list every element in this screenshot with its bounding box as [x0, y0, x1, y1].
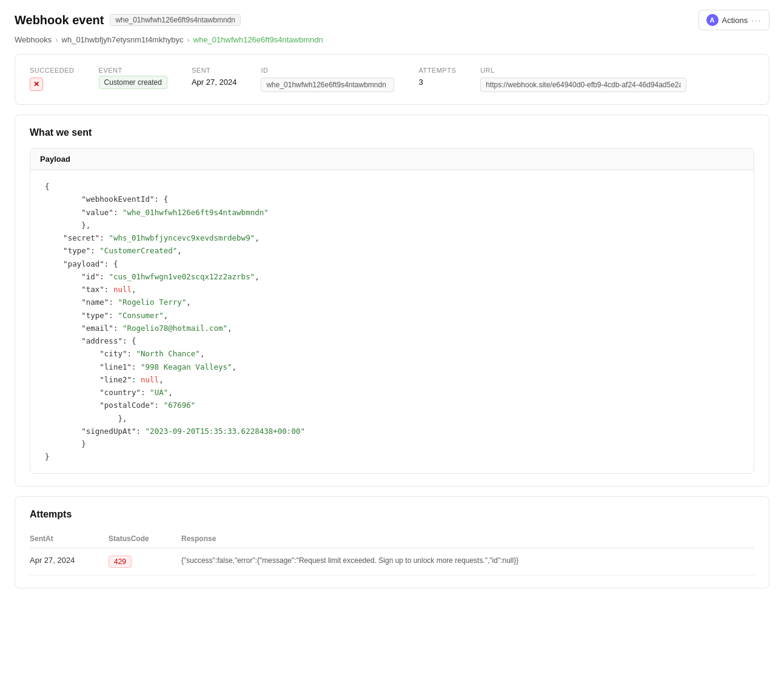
breadcrumb: Webhooks › wh_01hwbfjyh7etysnm1t4mkhybyc…	[15, 35, 769, 44]
what-we-sent-title: What we sent	[30, 127, 754, 138]
attempts-label: Attempts	[418, 67, 456, 74]
attempt-response: {"success":false,"error":{"message":"Req…	[181, 548, 754, 575]
attempt-sent-at: Apr 27, 2024	[30, 548, 109, 575]
col-header-response: Response	[181, 530, 754, 548]
payload-header: Payload	[30, 148, 754, 170]
event-label: Event	[99, 67, 167, 74]
sent-value: Apr 27, 2024	[192, 78, 236, 87]
page-title: Webhook event	[15, 13, 104, 27]
succeeded-label: Succeeded	[30, 67, 75, 74]
breadcrumb-webhook-id[interactable]: wh_01hwbfjyh7etysnm1t4mkhybyc	[62, 35, 184, 44]
fail-icon: ✕	[30, 78, 43, 91]
actions-label: Actions	[722, 16, 748, 25]
breadcrumb-sep-1: ›	[55, 35, 58, 44]
url-label: URL	[480, 67, 686, 74]
table-row: Apr 27, 2024 429 {"success":false,"error…	[30, 548, 754, 575]
attempts-field: Attempts 3	[418, 67, 456, 87]
attempts-value: 3	[418, 78, 456, 87]
col-header-sentat: SentAt	[30, 530, 109, 548]
payload-body: { "webhookEventId": { "value": "whe_01hw…	[30, 170, 754, 473]
url-field: URL	[480, 67, 686, 92]
payload-card: Payload { "webhookEventId": { "value": "…	[30, 148, 754, 474]
sent-label: Sent	[192, 67, 236, 74]
actions-dots: ···	[751, 16, 762, 25]
attempts-table: SentAt StatusCode Response Apr 27, 2024 …	[30, 530, 754, 576]
event-badge: Customer created	[99, 76, 167, 89]
attempts-section: Attempts SentAt StatusCode Response Apr …	[15, 496, 769, 588]
what-we-sent-section: What we sent Payload { "webhookEventId":…	[15, 115, 769, 487]
actions-button[interactable]: A Actions ···	[699, 10, 769, 30]
succeeded-field: Succeeded ✕	[30, 67, 75, 91]
status-badge: 429	[109, 556, 132, 568]
url-input[interactable]	[480, 78, 686, 92]
event-field: Event Customer created	[99, 67, 167, 87]
attempts-title: Attempts	[30, 509, 754, 520]
attempt-status-code: 429	[109, 548, 181, 575]
id-field: ID	[261, 67, 394, 92]
page-id-badge: whe_01hwfwh126e6ft9s4ntawbmndn	[110, 14, 240, 26]
id-label: ID	[261, 67, 394, 74]
breadcrumb-current: whe_01hwfwh126e6ft9s4ntawbmndn	[193, 35, 323, 44]
breadcrumb-webhooks[interactable]: Webhooks	[15, 35, 52, 44]
sent-field: Sent Apr 27, 2024	[192, 67, 236, 87]
breadcrumb-sep-2: ›	[187, 35, 189, 44]
actions-avatar: A	[706, 14, 719, 26]
id-input[interactable]	[261, 78, 394, 92]
info-card: Succeeded ✕ Event Customer created Sent …	[15, 54, 769, 105]
col-header-statuscode: StatusCode	[109, 530, 181, 548]
